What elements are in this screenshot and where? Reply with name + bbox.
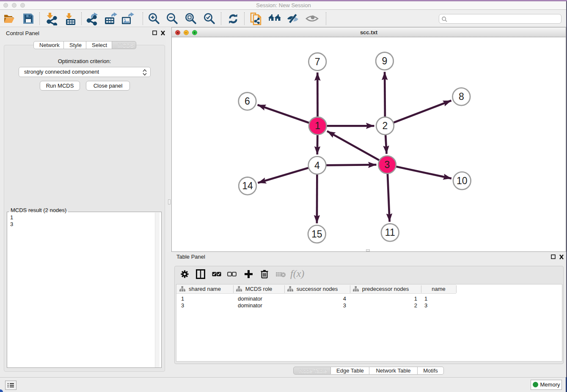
- svg-text:4: 4: [314, 160, 320, 171]
- svg-text:15: 15: [311, 229, 322, 240]
- svg-text:9: 9: [382, 55, 388, 66]
- svg-text:7: 7: [315, 56, 320, 67]
- svg-text:8: 8: [459, 91, 464, 102]
- svg-text:2: 2: [383, 120, 388, 131]
- svg-text:14: 14: [242, 180, 253, 191]
- svg-text:6: 6: [245, 96, 250, 107]
- svg-text:10: 10: [457, 175, 468, 186]
- svg-text:11: 11: [385, 227, 395, 238]
- svg-text:3: 3: [385, 159, 390, 170]
- svg-text:1: 1: [315, 120, 320, 131]
